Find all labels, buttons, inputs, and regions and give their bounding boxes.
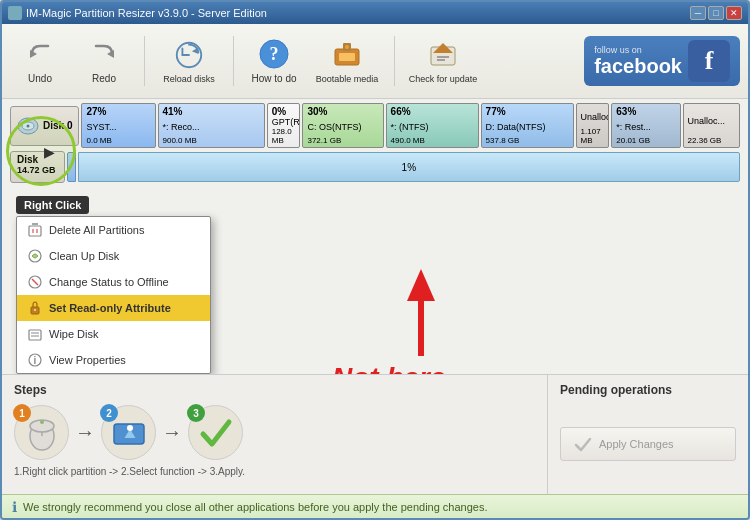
status-icon: ℹ <box>12 499 17 515</box>
delete-partitions-icon <box>27 222 43 238</box>
undo-label: Undo <box>28 73 52 84</box>
partition-gpt[interactable]: 0% GPT(Re... 128.0 MB <box>267 103 301 148</box>
menu-delete-partitions[interactable]: Delete All Partitions <box>17 217 210 243</box>
svg-rect-7 <box>339 53 355 61</box>
up-arrow <box>407 269 435 356</box>
bottom-area: Steps 1 → 2 <box>2 374 748 494</box>
step1-icon: 1 <box>14 405 69 460</box>
disk1-row: Disk 14.72 GB 1% <box>10 151 740 183</box>
cleanup-icon <box>27 248 43 264</box>
step-description: 1.Right click partition -> 2.Select func… <box>14 466 535 477</box>
partition-system[interactable]: 27% SYST... 0.0 MB <box>81 103 155 148</box>
context-menu-overlay: ▶ Right Click Delete All Partitions Clea… <box>16 196 211 374</box>
redo-label: Redo <box>92 73 116 84</box>
step2-number: 2 <box>100 404 118 422</box>
menu-readonly[interactable]: Set Read-only Attribute <box>17 295 210 321</box>
disk1-main-bar[interactable]: 1% <box>78 152 740 182</box>
svg-point-36 <box>127 425 133 431</box>
steps-icons: 1 → 2 <box>14 405 535 460</box>
howto-label: How to do <box>251 73 296 84</box>
wipe-icon <box>27 326 43 342</box>
undo-button[interactable]: Undo <box>10 30 70 92</box>
facebook-follow-text: follow us on <box>594 45 642 55</box>
check-update-button[interactable]: Check for update <box>405 30 481 92</box>
step3-icon: 3 <box>188 405 243 460</box>
menu-properties[interactable]: i View Properties <box>17 347 210 373</box>
partition-unalloc2[interactable]: Unalloc... 22.36 GB <box>683 103 740 148</box>
offline-icon <box>27 274 43 290</box>
svg-point-25 <box>34 309 36 311</box>
facebook-logo: f <box>688 40 730 82</box>
apply-changes-button[interactable]: Apply Changes <box>560 427 736 461</box>
pending-title: Pending operations <box>560 383 736 397</box>
right-click-badge: Right Click <box>16 196 89 214</box>
status-message: We strongly recommend you close all othe… <box>23 501 488 513</box>
reload-icon <box>173 39 205 71</box>
step1-number: 1 <box>13 404 31 422</box>
not-here-annotation: Not here <box>332 269 446 374</box>
check-update-icon <box>427 39 459 71</box>
toolbar: Undo Redo <box>2 24 748 99</box>
partition-ntfs[interactable]: 66% *: (NTFS) 490.0 MB <box>386 103 479 148</box>
svg-point-9 <box>345 45 349 49</box>
bootable-icon <box>331 39 363 71</box>
step3-number: 3 <box>187 404 205 422</box>
apply-icon <box>573 434 593 454</box>
disk1-pct: 1% <box>402 162 416 173</box>
context-menu: Delete All Partitions Clean Up Disk Chan… <box>16 216 211 374</box>
partition-c[interactable]: 30% C: OS(NTFS) 372.1 GB <box>302 103 383 148</box>
disk0-row: Disk 0 27% SYST... 0.0 MB 41% *: Reco...… <box>10 103 740 148</box>
separator-1 <box>144 36 145 86</box>
svg-rect-17 <box>29 226 41 236</box>
part-pct-0: 27% <box>86 106 150 117</box>
check-update-label: Check for update <box>409 74 478 84</box>
steps-section: Steps 1 → 2 <box>2 375 548 494</box>
menu-properties-label: View Properties <box>49 354 126 366</box>
steps-title: Steps <box>14 383 535 397</box>
step2-icon: 2 <box>101 405 156 460</box>
step-arrow-1: → <box>75 421 95 444</box>
separator-2 <box>233 36 234 86</box>
svg-text:i: i <box>34 355 37 366</box>
status-bar: ℹ We strongly recommend you close all ot… <box>2 494 748 518</box>
facebook-button[interactable]: follow us on facebook f <box>584 36 740 86</box>
menu-cleanup-label: Clean Up Disk <box>49 250 119 262</box>
app-icon <box>8 6 22 20</box>
minimize-button[interactable]: ─ <box>690 6 706 20</box>
svg-rect-26 <box>29 330 41 340</box>
svg-text:?: ? <box>270 44 279 64</box>
disk-section: Disk 0 27% SYST... 0.0 MB 41% *: Reco...… <box>2 99 748 190</box>
menu-cleanup[interactable]: Clean Up Disk <box>17 243 210 269</box>
partition-rest[interactable]: 63% *: Rest... 20.01 GB <box>611 103 680 148</box>
apply-label: Apply Changes <box>599 438 674 450</box>
cursor-indicator: ▶ <box>44 144 55 160</box>
step-arrow-2: → <box>162 421 182 444</box>
close-button[interactable]: ✕ <box>726 6 742 20</box>
menu-readonly-label: Set Read-only Attribute <box>49 302 171 314</box>
howto-icon: ? <box>258 38 290 70</box>
arrow-head <box>407 269 435 301</box>
reload-label: Reload disks <box>163 74 215 84</box>
reload-disks-button[interactable]: Reload disks <box>155 30 223 92</box>
partition-d[interactable]: 77% D: Data(NTFS) 537.8 GB <box>481 103 574 148</box>
svg-point-34 <box>40 420 44 424</box>
maximize-button[interactable]: □ <box>708 6 724 20</box>
svg-line-23 <box>32 279 38 285</box>
facebook-name: facebook <box>594 55 682 77</box>
undo-icon <box>24 38 56 70</box>
annotation-area: Not here <box>332 269 446 374</box>
partition-reco[interactable]: 41% *: Reco... 900.0 MB <box>158 103 265 148</box>
arrow-shaft <box>418 301 424 356</box>
bootable-media-button[interactable]: Bootable media <box>310 30 384 92</box>
partition-unalloc1[interactable]: Unalloc... 1.107 MB <box>576 103 610 148</box>
pending-section: Pending operations Apply Changes <box>548 375 748 494</box>
title-bar: IM-Magic Partition Resizer v3.9.0 - Serv… <box>2 2 748 24</box>
menu-wipe-label: Wipe Disk <box>49 328 99 340</box>
redo-button[interactable]: Redo <box>74 30 134 92</box>
menu-offline-label: Change Status to Offline <box>49 276 169 288</box>
howto-button[interactable]: ? How to do <box>244 30 304 92</box>
separator-3 <box>394 36 395 86</box>
window-title: IM-Magic Partition Resizer v3.9.0 - Serv… <box>26 7 267 19</box>
menu-wipe[interactable]: Wipe Disk <box>17 321 210 347</box>
menu-offline[interactable]: Change Status to Offline <box>17 269 210 295</box>
